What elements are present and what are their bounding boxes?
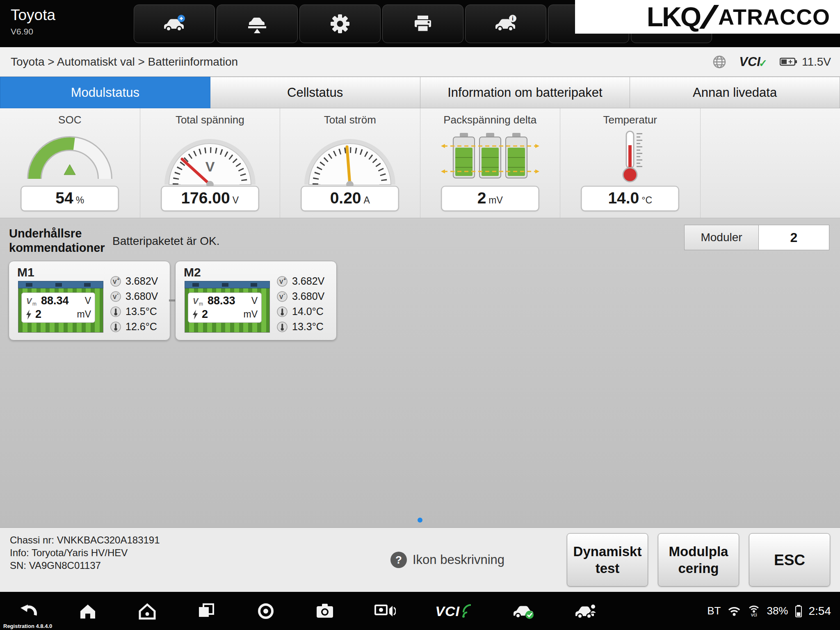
camera-button[interactable] xyxy=(315,601,335,621)
vehicle-model-info: Info: Toryota/Yaris HV/HEV xyxy=(10,546,160,559)
battery-percent: 38% xyxy=(767,605,788,617)
vci-signal-status: vci xyxy=(748,605,760,617)
module-voltage-row: V m 88.34 V xyxy=(25,294,91,308)
voltage-max-icon: V + xyxy=(110,276,121,287)
module-card-m2[interactable]: M2 V m 88.33 V xyxy=(175,261,337,340)
wifi-icon xyxy=(727,605,741,616)
diagnostics-button[interactable] xyxy=(134,5,215,43)
settings-button[interactable] xyxy=(299,5,381,43)
navbar-icons: VCI xyxy=(19,592,597,630)
vehicle-lift-button[interactable] xyxy=(217,5,298,43)
lkq-atracco-logo: LKQ ATRACCO xyxy=(575,0,840,34)
logo-lkq-text: LKQ xyxy=(647,1,700,32)
gauge-panel: SOC 54 % Total spänning V xyxy=(0,108,840,218)
home-icon xyxy=(78,601,98,621)
module-card-m1[interactable]: M1 V m 88.34 V xyxy=(9,261,170,340)
breadcrumb-bar: Toyota > Automatiskt val > Batteriinform… xyxy=(0,47,840,77)
back-icon xyxy=(19,601,39,621)
delta-value: 2 xyxy=(477,187,486,210)
driver-assist-button[interactable] xyxy=(574,602,597,621)
module-pcb-strip xyxy=(18,281,103,288)
module-delta-row: 2 mV xyxy=(25,308,91,321)
bolt-icon xyxy=(25,310,32,320)
recommendation-title-line1: Underhållsre xyxy=(9,226,105,241)
android-home-icon xyxy=(137,601,157,621)
temperature-value-box: 14.0 °C xyxy=(581,186,679,211)
battery-cells-delta-icon xyxy=(429,126,552,188)
vci-app-button[interactable]: VCI xyxy=(435,604,473,618)
stat-value: 3.680V xyxy=(292,290,324,302)
brand-block: Toyota V6.90 xyxy=(11,7,55,37)
back-button[interactable] xyxy=(19,601,39,621)
svg-text:+: + xyxy=(117,276,119,281)
vehicle-info-button[interactable]: i xyxy=(465,5,546,43)
esc-button[interactable]: ESC xyxy=(749,533,830,587)
icon-description-button[interactable]: ? Ikon beskrivning xyxy=(390,528,504,592)
tab-label: Annan livedata xyxy=(693,85,777,100)
stat-value: 14.0°C xyxy=(292,306,324,317)
dynamic-test-button[interactable]: Dynamiskt test xyxy=(567,533,648,587)
globe-icon[interactable] xyxy=(712,55,727,69)
chrome-icon xyxy=(256,601,276,621)
gauge-title: Total ström xyxy=(280,114,420,126)
device-battery-icon xyxy=(795,605,802,618)
delta-value-box: 2 mV xyxy=(441,186,539,211)
stat-value: 13.5°C xyxy=(126,306,157,317)
svg-text:m: m xyxy=(32,301,37,306)
tab-annan-livedata[interactable]: Annan livedata xyxy=(630,77,840,108)
chrome-button[interactable] xyxy=(256,601,276,621)
button-label-line1: Modulpla xyxy=(669,543,728,560)
stat-value: 3.682V xyxy=(126,275,158,287)
module-stats: V + 3.682V V - 3.680V xyxy=(276,274,324,334)
module-voltage-row: V m 88.33 V xyxy=(192,294,258,308)
module-placement-button[interactable]: Modulpla cering xyxy=(658,533,739,587)
vehicle-check-button[interactable] xyxy=(512,602,534,621)
vm-icon: V m xyxy=(25,296,38,306)
stat-voltage-min: V - 3.680V xyxy=(110,289,158,304)
stat-temp-max: 14.0°C xyxy=(276,304,324,319)
soc-value: 54 xyxy=(55,187,73,210)
display-sound-button[interactable] xyxy=(374,601,396,621)
diagnostics-car-icon xyxy=(163,14,186,33)
module-connector-line xyxy=(169,299,176,301)
soc-value-box: 54 % xyxy=(21,186,119,211)
svg-text:V: V xyxy=(193,297,199,306)
print-button[interactable] xyxy=(382,5,463,43)
module-voltage-value: 88.33 xyxy=(208,294,235,307)
vci-status[interactable]: VCI ✓ xyxy=(739,55,767,69)
android-navbar: VCI xyxy=(0,592,840,630)
stat-value: 3.682V xyxy=(292,275,324,287)
stat-voltage-min: V - 3.680V xyxy=(276,289,324,304)
home-button[interactable] xyxy=(78,601,98,621)
recents-button[interactable] xyxy=(196,601,216,621)
module-voltage-unit: V xyxy=(85,295,91,306)
temperature-value: 14.0 xyxy=(608,187,639,210)
module-voltage-unit: V xyxy=(251,295,258,306)
tab-cellstatus[interactable]: Cellstatus xyxy=(210,77,420,108)
vehicle-info-icon: i xyxy=(494,14,517,33)
battery-voltage-value: 11.5V xyxy=(802,55,831,68)
gauge-pack-delta: Packspänning delta xyxy=(420,108,561,218)
gauge-title: SOC xyxy=(0,114,140,126)
footer-buttons: Dynamiskt test Modulpla cering ESC xyxy=(567,533,830,587)
diagnostic-app: Toyota V6.90 xyxy=(0,0,840,630)
android-home-button[interactable] xyxy=(137,601,157,621)
current-dial-gauge-icon xyxy=(288,126,411,188)
pcb-chip xyxy=(251,283,257,287)
pcb-chip xyxy=(192,283,199,287)
breadcrumb: Toyota > Automatiskt val > Batteriinform… xyxy=(11,55,238,68)
module-readout: V m 88.33 V 2 mV xyxy=(188,292,262,323)
module-delta-row: 2 mV xyxy=(192,308,258,321)
tab-batteripaket-info[interactable]: Information om batteripaket xyxy=(420,77,630,108)
module-delta-unit: mV xyxy=(77,309,91,320)
modules-count-box: Moduler 2 xyxy=(684,225,829,250)
vehicle-lift-icon xyxy=(246,14,269,34)
battery-module-image: V m 88.34 V 2 mV xyxy=(18,281,103,333)
stat-value: 3.680V xyxy=(126,290,158,302)
clock: 2:54 xyxy=(809,605,831,618)
camera-icon xyxy=(315,601,335,621)
tab-modulstatus[interactable]: Modulstatus xyxy=(0,77,210,108)
module-delta-value: 2 xyxy=(35,308,41,321)
status-tray: BT vci 38% 2:54 xyxy=(707,592,831,630)
page-indicator-dot xyxy=(418,518,422,523)
